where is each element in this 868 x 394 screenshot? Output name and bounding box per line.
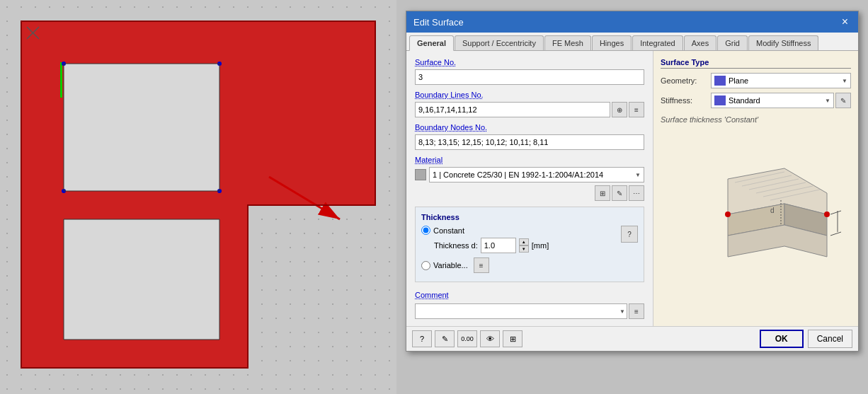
thickness-variable-label: Variable... xyxy=(433,261,468,270)
comment-input-row: ▼ ≡ xyxy=(415,303,644,319)
dialog-container: Edit Surface × General Support / Eccentr… xyxy=(396,0,868,394)
boundary-lines-list-btn[interactable]: ≡ xyxy=(629,102,644,117)
dialog-toolbar: ? ✎ 0.00 👁 ⊞ OK Cancel xyxy=(406,326,858,351)
geometry-dropdown[interactable]: Plane ▼ xyxy=(711,73,851,88)
material-label: Material xyxy=(415,156,644,164)
svg-rect-5 xyxy=(64,219,219,340)
tab-grid[interactable]: Grid xyxy=(717,35,748,50)
dialog-left-panel: Surface No. Boundary Lines No. ⊕ ≡ Bound… xyxy=(406,51,653,326)
comment-dropdown-arrow: ▼ xyxy=(619,308,627,315)
stiffness-value: Standard xyxy=(729,96,760,105)
boundary-lines-row: ⊕ ≡ xyxy=(415,102,644,117)
surface-type-section: Surface Type Geometry: Plane ▼ xyxy=(661,58,851,108)
toolbar-view-btn[interactable]: 👁 xyxy=(480,330,500,347)
dialog-right-panel: Surface Type Geometry: Plane ▼ xyxy=(653,51,858,326)
boundary-lines-section: Boundary Lines No. ⊕ ≡ xyxy=(415,91,644,117)
stiffness-dropdown[interactable]: Standard ▼ xyxy=(711,93,834,108)
thickness-variable-radio[interactable] xyxy=(421,261,430,270)
tab-fe-mesh[interactable]: FE Mesh xyxy=(544,35,591,50)
thickness-title: Thickness xyxy=(421,213,638,221)
tab-integrated[interactable]: Integrated xyxy=(632,35,683,50)
stiffness-edit-btn[interactable]: ✎ xyxy=(835,93,851,108)
geometry-dropdown-arrow: ▼ xyxy=(842,78,847,84)
toolbar-buttons-right: OK Cancel xyxy=(760,330,852,348)
boundary-nodes-label: Boundary Nodes No. xyxy=(415,123,644,132)
canvas-area xyxy=(0,0,396,394)
tab-general[interactable]: General xyxy=(409,35,454,51)
tab-axes[interactable]: Axes xyxy=(684,35,716,50)
tab-modify-stiffness[interactable]: Modify Stiffness xyxy=(748,35,818,50)
material-btn-row: ⊞ ✎ ⋯ xyxy=(415,185,644,201)
ok-button[interactable]: OK xyxy=(760,330,804,348)
preview-3d: p d xyxy=(661,131,851,319)
cancel-button[interactable]: Cancel xyxy=(808,330,852,348)
svg-rect-4 xyxy=(64,64,219,191)
material-dropdown-arrow: ▼ xyxy=(635,172,641,178)
comment-section: Comment ▼ ≡ xyxy=(415,291,644,319)
stiffness-dropdown-arrow: ▼ xyxy=(825,98,830,104)
geometry-color-swatch xyxy=(714,76,726,86)
thickness-constant-radio[interactable] xyxy=(421,226,430,235)
edit-surface-dialog: Edit Surface × General Support / Eccentr… xyxy=(406,11,859,352)
material-btn2[interactable]: ✎ xyxy=(612,185,627,201)
material-row: 1 | Concrete C25/30 | EN 1992-1-1:2004/A… xyxy=(415,167,644,182)
stiffness-label: Stiffness: xyxy=(661,96,707,105)
geometry-row: Geometry: Plane ▼ xyxy=(661,73,851,88)
material-dropdown[interactable]: 1 | Concrete C25/30 | EN 1992-1-1:2004/A… xyxy=(429,167,644,182)
boundary-nodes-section: Boundary Nodes No. xyxy=(415,123,644,150)
thickness-constant-label: Constant xyxy=(433,226,464,235)
surface-no-label: Surface No. xyxy=(415,58,644,66)
material-icon xyxy=(415,169,426,180)
thickness-spinner: ▲ ▼ xyxy=(519,238,529,253)
material-btn3[interactable]: ⋯ xyxy=(629,185,644,201)
boundary-nodes-input[interactable] xyxy=(415,134,644,150)
boundary-lines-pick-btn[interactable]: ⊕ xyxy=(612,102,627,117)
svg-line-37 xyxy=(830,232,841,236)
surface-no-input[interactable] xyxy=(415,69,644,85)
svg-rect-6 xyxy=(60,62,62,98)
thickness-d-label: Thickness d: xyxy=(434,241,478,250)
svg-text:d: d xyxy=(770,207,775,214)
dialog-close-button[interactable]: × xyxy=(839,16,851,28)
material-value: 1 | Concrete C25/30 | EN 1992-1-1:2004/A… xyxy=(433,170,603,179)
geometry-value: Plane xyxy=(729,76,748,85)
material-section: Material 1 | Concrete C25/30 | EN 1992-1… xyxy=(415,156,644,201)
thickness-d-row: Thickness d: ▲ ▼ [mm] xyxy=(434,238,549,253)
thickness-spinner-down[interactable]: ▼ xyxy=(519,245,529,253)
thickness-section: Thickness Constant Thickness d: xyxy=(415,207,644,282)
toolbar-grid-btn[interactable]: ⊞ xyxy=(503,330,522,347)
thickness-help-btn[interactable]: ? xyxy=(621,226,638,243)
thickness-variable-row: Variable... ≡ xyxy=(421,257,549,273)
dialog-body: Surface No. Boundary Lines No. ⊕ ≡ Bound… xyxy=(406,51,858,326)
comment-btn[interactable]: ≡ xyxy=(629,303,644,319)
svg-line-36 xyxy=(830,211,841,214)
stiffness-color-swatch xyxy=(714,95,726,105)
tab-support-eccentricity[interactable]: Support / Eccentricity xyxy=(455,35,544,50)
dialog-titlebar: Edit Surface × xyxy=(406,11,858,33)
thickness-unit-label: [mm] xyxy=(532,241,549,250)
dialog-title: Edit Surface xyxy=(413,17,464,28)
thickness-variable-btn[interactable]: ≡ xyxy=(474,257,489,273)
boundary-lines-input[interactable] xyxy=(415,102,610,117)
toolbar-buttons-left: ? ✎ 0.00 👁 ⊞ xyxy=(412,330,522,347)
thickness-value-input[interactable] xyxy=(481,238,516,253)
comment-label: Comment xyxy=(415,291,644,299)
surface-no-section: Surface No. xyxy=(415,58,644,85)
thickness-constant-row: Constant xyxy=(421,226,549,235)
geometry-label: Geometry: xyxy=(661,76,707,85)
material-btn1[interactable]: ⊞ xyxy=(595,185,610,201)
dialog-tabs: General Support / Eccentricity FE Mesh H… xyxy=(406,33,858,51)
svg-point-34 xyxy=(725,212,731,217)
toolbar-value-btn[interactable]: 0.00 xyxy=(457,330,477,347)
boundary-lines-label: Boundary Lines No. xyxy=(415,91,644,99)
toolbar-help-btn[interactable]: ? xyxy=(412,330,432,347)
toolbar-edit-btn[interactable]: ✎ xyxy=(435,330,455,347)
thickness-spinner-up[interactable]: ▲ xyxy=(519,238,529,245)
svg-point-35 xyxy=(824,212,830,217)
surface-thickness-preview: Surface thickness 'Constant' xyxy=(661,114,851,125)
surface-type-title: Surface Type xyxy=(661,58,851,69)
stiffness-row: Stiffness: Standard ▼ ✎ xyxy=(661,93,851,108)
comment-input[interactable] xyxy=(416,304,619,318)
tab-hinges[interactable]: Hinges xyxy=(592,35,632,50)
